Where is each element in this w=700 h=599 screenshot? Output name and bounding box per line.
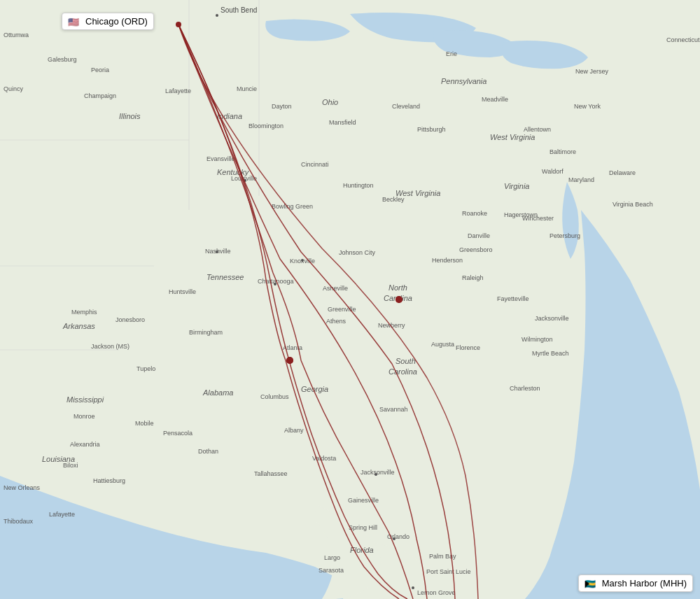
svg-text:Palm Bay: Palm Bay (429, 553, 456, 560)
map-container: South Bend Illinois Indiana Ohio Pennsyl… (0, 0, 700, 599)
svg-text:Tallahassee: Tallahassee (254, 470, 288, 477)
svg-text:South: South (396, 357, 416, 365)
svg-text:Evansville: Evansville (206, 155, 235, 162)
svg-text:Arkansas: Arkansas (62, 322, 95, 330)
svg-text:West Virginia: West Virginia (490, 133, 535, 141)
svg-text:Meadville: Meadville (482, 96, 508, 103)
svg-point-122 (396, 296, 402, 303)
svg-text:Mansfield: Mansfield (329, 119, 356, 126)
svg-text:Champaign: Champaign (84, 92, 116, 99)
svg-text:Pensacola: Pensacola (163, 430, 192, 437)
svg-text:Mississippi: Mississippi (66, 395, 104, 404)
svg-text:Hagerstown: Hagerstown (504, 211, 538, 218)
svg-text:New Jersey: New Jersey (575, 68, 609, 75)
svg-text:Spring Hill: Spring Hill (349, 524, 377, 531)
svg-text:Gainesville: Gainesville (348, 497, 379, 504)
svg-text:Galesburg: Galesburg (48, 56, 77, 63)
map-background: South Bend Illinois Indiana Ohio Pennsyl… (0, 0, 700, 599)
svg-text:Augusta: Augusta (431, 341, 454, 348)
svg-text:Connecticut: Connecticut (666, 36, 700, 43)
svg-text:South Bend: South Bend (220, 6, 257, 14)
svg-text:New York: New York (574, 103, 601, 110)
svg-point-16 (412, 586, 414, 589)
svg-text:Hattiesburg: Hattiesburg (93, 477, 125, 484)
us-flag-icon: 🇺🇸 (68, 17, 82, 27)
svg-text:Bloomington: Bloomington (248, 122, 284, 129)
svg-text:Sarasota: Sarasota (318, 567, 344, 574)
svg-text:Newberry: Newberry (378, 322, 405, 329)
svg-text:Erie: Erie (446, 50, 457, 57)
svg-text:Baltimore: Baltimore (550, 148, 576, 155)
svg-text:Florence: Florence (456, 344, 480, 351)
svg-text:Bowling Green: Bowling Green (272, 203, 313, 210)
svg-text:Raleigh: Raleigh (462, 274, 484, 281)
svg-text:Pittsburgh: Pittsburgh (417, 126, 446, 133)
svg-text:Waldorf: Waldorf (542, 168, 564, 175)
svg-text:Muncie: Muncie (237, 85, 257, 92)
svg-text:Dothan: Dothan (198, 448, 218, 455)
svg-point-120 (176, 22, 181, 27)
svg-text:Alabama: Alabama (202, 388, 233, 397)
svg-text:Tennessee: Tennessee (206, 273, 244, 281)
svg-text:Allentown: Allentown (524, 126, 551, 133)
svg-text:Illinois: Illinois (119, 112, 141, 120)
svg-text:Nashville: Nashville (205, 248, 231, 255)
svg-text:Dayton: Dayton (272, 103, 292, 110)
svg-text:Johnson City: Johnson City (339, 249, 376, 256)
svg-text:Peoria: Peoria (91, 66, 109, 73)
svg-text:Biloxi: Biloxi (63, 462, 78, 469)
destination-airport-name: Marsh Harbor (MHH) (602, 578, 687, 589)
svg-text:Lafayette: Lafayette (49, 511, 75, 518)
svg-text:Jacksonville: Jacksonville (360, 469, 395, 476)
svg-text:Jacksonville: Jacksonville (535, 315, 569, 322)
svg-text:Quincy: Quincy (4, 85, 24, 92)
svg-text:North: North (388, 283, 407, 292)
svg-text:Cincinnati: Cincinnati (301, 161, 329, 168)
svg-text:Birmingham: Birmingham (189, 329, 223, 336)
svg-text:Monroe: Monroe (74, 413, 95, 420)
svg-text:Huntington: Huntington (343, 182, 374, 189)
svg-text:Wilmington: Wilmington (522, 336, 553, 343)
svg-text:Carolina: Carolina (388, 367, 417, 376)
svg-text:Greensboro: Greensboro (459, 246, 493, 253)
svg-text:Memphis: Memphis (71, 309, 97, 316)
svg-text:Lafayette: Lafayette (165, 87, 191, 94)
svg-text:Danville: Danville (468, 232, 490, 239)
svg-text:Ohio: Ohio (322, 98, 338, 106)
svg-text:Savannah: Savannah (379, 406, 408, 413)
svg-text:New Orleans: New Orleans (4, 484, 41, 491)
svg-point-121 (286, 357, 293, 364)
svg-text:Thibodaux: Thibodaux (4, 518, 34, 525)
svg-text:Beckley: Beckley (382, 196, 405, 203)
svg-text:Delaware: Delaware (609, 169, 636, 176)
destination-airport-label[interactable]: 🇧🇸 Marsh Harbor (MHH) (578, 575, 693, 592)
svg-text:Columbus: Columbus (260, 393, 289, 400)
svg-text:Pennsylvania: Pennsylvania (441, 77, 486, 85)
svg-text:Jonesboro: Jonesboro (115, 316, 145, 323)
svg-text:Roanoke: Roanoke (462, 210, 487, 217)
svg-text:Huntsville: Huntsville (169, 288, 196, 295)
svg-text:Largo: Largo (324, 554, 340, 561)
svg-text:Petersburg: Petersburg (550, 232, 580, 239)
svg-text:Charleston: Charleston (510, 385, 540, 392)
svg-point-7 (216, 14, 218, 17)
svg-text:Tupelo: Tupelo (136, 365, 155, 372)
svg-text:Fayetteville: Fayetteville (497, 295, 529, 302)
origin-airport-name: Chicago (ORD) (85, 16, 148, 27)
svg-text:Virginia Beach: Virginia Beach (612, 201, 653, 208)
svg-text:Cleveland: Cleveland (392, 103, 420, 110)
origin-airport-label[interactable]: 🇺🇸 Chicago (ORD) (62, 13, 154, 30)
svg-text:Athens: Athens (326, 318, 346, 325)
svg-text:Mobile: Mobile (135, 420, 154, 427)
svg-text:Albany: Albany (284, 427, 304, 434)
svg-text:Maryland: Maryland (568, 176, 594, 183)
svg-text:Jackson (MS): Jackson (MS) (91, 343, 130, 350)
bs-flag-icon: 🇧🇸 (584, 579, 598, 589)
svg-text:Ottumwa: Ottumwa (4, 31, 29, 38)
svg-text:Virginia: Virginia (504, 182, 530, 190)
svg-text:Alexandria: Alexandria (70, 441, 100, 448)
svg-text:Port Saint Lucie: Port Saint Lucie (426, 568, 471, 575)
svg-text:Lemon Grove: Lemon Grove (417, 589, 456, 596)
svg-text:Myrtle Beach: Myrtle Beach (532, 350, 569, 357)
svg-text:Henderson: Henderson (432, 257, 463, 264)
